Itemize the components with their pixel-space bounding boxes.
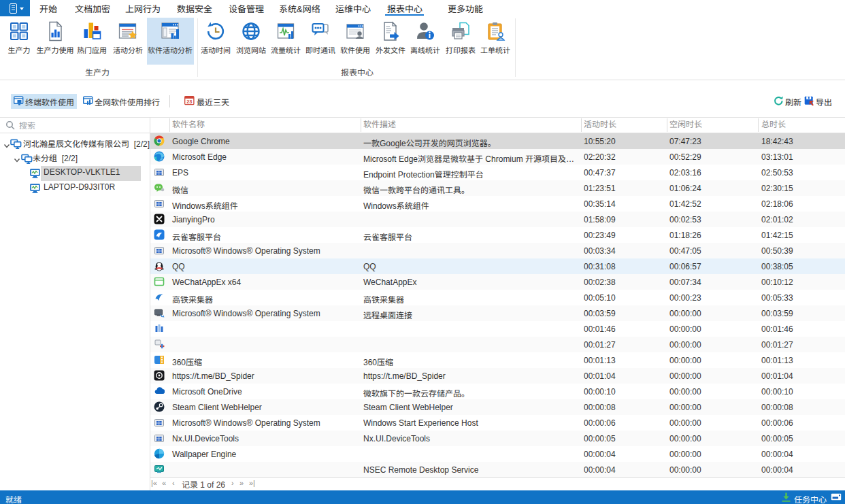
svg-text:23: 23 [186, 99, 192, 105]
